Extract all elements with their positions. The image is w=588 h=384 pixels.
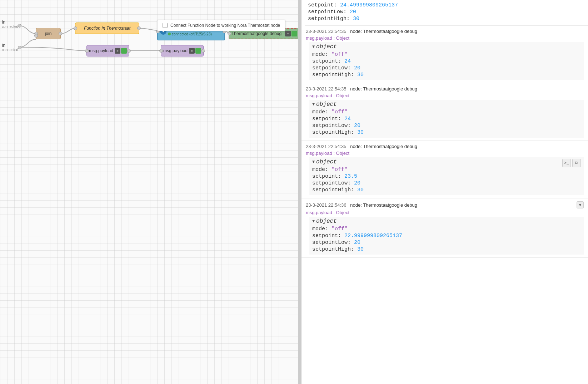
arrow-icon-3: ▼ bbox=[312, 159, 315, 164]
debug-prop-mode-2: mode: "off" bbox=[312, 109, 581, 115]
msgpayload2-buttons: ≡ bbox=[189, 48, 201, 54]
port-in1 bbox=[18, 24, 21, 28]
debug-prop-setpoint-top: setpoint: 24.499999809265137 bbox=[308, 2, 585, 8]
debug-prop-setpointlow-1: setpointLow: 20 bbox=[312, 65, 581, 71]
node-msgpayload-2[interactable]: msg.payload ≡ bbox=[161, 45, 204, 56]
debug-entry-2: 23-3-2021 22:54:35 node: Thermostaatgoog… bbox=[302, 83, 588, 141]
debug-prop-mode-1: mode: "off" bbox=[312, 51, 581, 58]
port-msgpayload2-right bbox=[201, 49, 205, 53]
debug-prop-setpointhigh-4: setpointHigh: 30 bbox=[312, 246, 581, 252]
debug-prop-setpointlow-top: setpointLow: 20 bbox=[308, 9, 585, 15]
debug-prop-setpointhigh-3: setpointHigh: 30 bbox=[312, 187, 581, 193]
debug-panel[interactable]: setpoint: 24.499999809265137 setpointLow… bbox=[302, 0, 588, 384]
debug-header-4: 23-3-2021 22:54:36 node: Thermostaatgoog… bbox=[306, 201, 584, 208]
debug-object-header-1: ▼ object bbox=[312, 44, 581, 50]
port-join-left2 bbox=[34, 34, 38, 38]
function-label: Function In Thermostaat bbox=[84, 26, 130, 31]
debug-prop-setpointlow-2: setpointLow: 20 bbox=[312, 123, 581, 129]
port-msgpayload1-right bbox=[127, 49, 131, 53]
msgpayload2-btn-settings[interactable]: ≡ bbox=[189, 48, 195, 54]
debug-buttons: ≡ bbox=[285, 31, 297, 36]
port-function-right bbox=[137, 26, 141, 30]
arrow-icon-1: ▼ bbox=[312, 44, 315, 49]
debug-object-1: ▼ object mode: "off" setpoint: 24 setpoi… bbox=[309, 42, 584, 80]
arrow-icon-4: ▼ bbox=[312, 219, 315, 224]
debug-tools-3: >_ ⧉ bbox=[562, 159, 581, 167]
debug-header-3: 23-3-2021 22:54:35 node: Thermostaatgoog… bbox=[306, 144, 584, 149]
debug-prop-setpointhigh-1: setpointHigh: 30 bbox=[312, 72, 581, 78]
msgpayload2-label: msg.payload bbox=[163, 48, 188, 53]
node-function[interactable]: Function In Thermostaat bbox=[75, 23, 139, 34]
node-red-canvas: In connected In connected Connect Functi… bbox=[0, 0, 299, 384]
debug-header-1: 23-3-2021 22:54:35 node: Thermostaatgoog… bbox=[306, 29, 584, 34]
msgpayload1-label: msg.payload bbox=[89, 48, 113, 53]
msgpayload2-btn-toggle[interactable] bbox=[195, 48, 201, 54]
debug-payload-label-3: msg.payload : Object bbox=[306, 151, 584, 156]
debug-btn-settings[interactable]: ≡ bbox=[285, 31, 291, 36]
status-dot bbox=[168, 33, 171, 35]
debug-object-header-3: ▼ object bbox=[312, 159, 581, 165]
debug-prop-setpoint-2: setpoint: 24 bbox=[312, 116, 581, 122]
node-join[interactable]: join bbox=[36, 28, 61, 39]
debug-entry-top-partial: setpoint: 24.499999809265137 setpointLow… bbox=[305, 0, 588, 26]
debug-object-3: >_ ⧉ ▼ object mode: "off" setpoint: 23.5… bbox=[309, 157, 584, 195]
debug-entry-3: 23-3-2021 22:54:35 node: Thermostaatgoog… bbox=[302, 141, 588, 198]
debug-entry-4: 23-3-2021 22:54:36 node: Thermostaatgoog… bbox=[302, 198, 588, 258]
arrow-icon-2: ▼ bbox=[312, 102, 315, 107]
in-label-2: In connected bbox=[2, 43, 18, 52]
debug-copy-btn-3[interactable]: ⧉ bbox=[572, 159, 581, 167]
debug-prop-setpointlow-4: setpointLow: 20 bbox=[312, 240, 581, 246]
port-join-right bbox=[59, 32, 62, 35]
debug-object-header-4: ▼ object bbox=[312, 218, 581, 225]
msgpayload1-btn-settings[interactable]: ≡ bbox=[115, 48, 120, 54]
debug-object-4: ▼ object mode: "off" setpoint: 22.999999… bbox=[309, 217, 584, 255]
debug-object-header-2: ▼ object bbox=[312, 101, 581, 108]
port-debug-left bbox=[228, 32, 231, 35]
msgpayload1-btn-toggle[interactable] bbox=[121, 48, 127, 54]
port-msgpayload2-left bbox=[159, 49, 163, 53]
debug-object-2: ▼ object mode: "off" setpoint: 24 setpoi… bbox=[309, 100, 584, 138]
debug-prop-setpoint-3: setpoint: 23.5 bbox=[312, 173, 581, 179]
debug-label: Thermostaatgoogle debug bbox=[231, 31, 281, 36]
debug-prop-setpoint-4: setpoint: 22.999999809265137 bbox=[312, 233, 581, 239]
debug-header-2: 23-3-2021 22:54:35 node: Thermostaatgoog… bbox=[306, 86, 584, 92]
port-in2 bbox=[18, 46, 21, 49]
debug-payload-label-4: msg.payload : Object bbox=[306, 210, 584, 215]
debug-prop-setpointhigh-top: setpointHigh: 30 bbox=[308, 16, 585, 22]
debug-payload-label-2: msg.payload : Object bbox=[306, 93, 584, 98]
debug-prop-mode-4: mode: "off" bbox=[312, 226, 581, 232]
connections-layer bbox=[0, 0, 298, 384]
debug-prop-setpoint-1: setpoint: 24 bbox=[312, 58, 581, 64]
notification-text: Connect Function Node to working Nora Th… bbox=[170, 23, 280, 28]
port-function-left bbox=[74, 26, 77, 30]
node-msgpayload-1[interactable]: msg.payload ≡ bbox=[86, 45, 129, 56]
in-label-1: In connected bbox=[2, 20, 18, 29]
join-label: join bbox=[45, 31, 52, 36]
port-msgpayload1-left bbox=[85, 49, 89, 53]
debug-prop-setpointlow-3: setpointLow: 20 bbox=[312, 180, 581, 186]
panel-splitter[interactable] bbox=[299, 0, 302, 384]
debug-btn-toggle[interactable] bbox=[291, 31, 297, 36]
notification-checkbox[interactable] bbox=[163, 23, 168, 28]
thermostat-status: connected (off/T:25/S:23) bbox=[168, 32, 212, 36]
debug-dropdown-btn-4[interactable]: ▼ bbox=[577, 201, 584, 208]
debug-terminal-btn-3[interactable]: >_ bbox=[562, 159, 571, 167]
debug-prop-mode-3: mode: "off" bbox=[312, 167, 581, 173]
debug-payload-label-1: msg.payload : Object bbox=[306, 35, 584, 41]
msgpayload1-buttons: ≡ bbox=[115, 48, 127, 54]
notification-bar: Connect Function Node to working Nora Th… bbox=[157, 20, 285, 31]
debug-entry-1: 23-3-2021 22:54:35 node: Thermostaatgoog… bbox=[302, 26, 588, 83]
debug-prop-setpointhigh-2: setpointHigh: 30 bbox=[312, 129, 581, 136]
